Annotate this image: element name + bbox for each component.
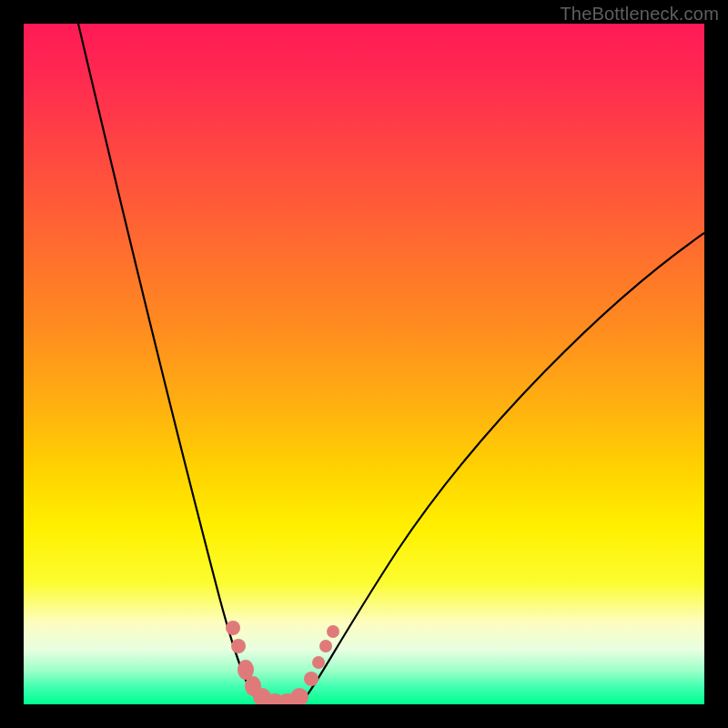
marker: [327, 625, 339, 638]
marker: [312, 656, 325, 669]
marker: [319, 640, 332, 652]
watermark-text: TheBottleneck.com: [560, 4, 719, 25]
marker: [290, 688, 308, 704]
marker: [226, 621, 240, 635]
marker: [304, 672, 318, 686]
bottleneck-curve: [24, 24, 704, 704]
marker-group: [226, 621, 339, 704]
marker: [231, 639, 246, 653]
frame: TheBottleneck.com: [0, 0, 728, 728]
plot-area: [24, 24, 704, 704]
curve-path: [78, 24, 704, 704]
